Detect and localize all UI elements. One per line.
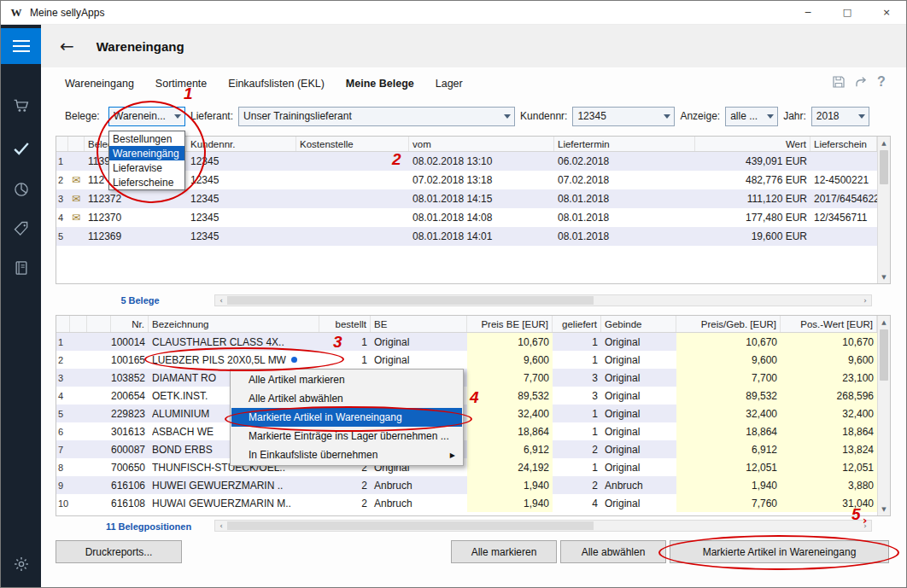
druckreports-button[interactable]: Druckreports... <box>56 540 182 563</box>
tab-sortimente[interactable]: Sortimente <box>155 78 207 90</box>
tab-meine-belege[interactable]: Meine Belege <box>346 78 414 90</box>
scrollbar-track[interactable] <box>227 521 859 531</box>
table-row[interactable]: 7600087BOND ERBS6,9122Original6,91213,82… <box>56 440 877 458</box>
cell-beleg: 112372 <box>85 189 187 208</box>
lower-horizontal-scrollbar[interactable]: ‹ › <box>214 520 872 532</box>
titlebar: W Meine sellyApps ─ □ × <box>1 1 906 25</box>
maximize-button[interactable]: □ <box>828 1 867 24</box>
scrollbar-thumb[interactable] <box>227 296 594 305</box>
sidebar-item-journal[interactable] <box>1 252 41 284</box>
table-row[interactable]: 6301613ASBACH WE18,8641Original18,86418,… <box>56 422 877 440</box>
help-icon[interactable]: ? <box>877 74 886 90</box>
kundennr-select[interactable]: 12345 <box>572 107 675 126</box>
sidebar-item-goods-receipt[interactable] <box>1 132 41 165</box>
menu-item-label: Alle Artikel markieren <box>249 374 345 386</box>
cell-preis_geb: 10,670 <box>676 333 781 351</box>
belege-select[interactable]: Warenein... <box>108 107 185 126</box>
tag-icon <box>13 220 30 237</box>
scroll-up-icon[interactable]: ▲ <box>878 137 890 149</box>
jahr-select[interactable]: 2018 <box>811 107 869 126</box>
markierte-artikel-button[interactable]: Markierte Artikel in Wareneingang <box>670 540 889 563</box>
lower-vertical-scrollbar[interactable]: ▲ ▼ <box>877 316 890 515</box>
table-row[interactable]: 1100014CLAUSTHALER CLASS 4X..1Original10… <box>56 333 877 351</box>
cell-liefertermin: 07.02.2018 <box>554 171 695 189</box>
alle-abwaehlen-button[interactable]: Alle abwählen <box>560 540 666 563</box>
menu-item-alle-artikel-markieren[interactable]: Alle Artikel markieren <box>231 370 462 389</box>
upper-vertical-scrollbar[interactable]: ▲ ▼ <box>877 137 890 283</box>
dropdown-option-lieferavise[interactable]: Lieferavise <box>109 160 184 175</box>
table-row[interactable]: 3103852DIAMANT RO7,7003Original7,70023,1… <box>56 369 877 387</box>
table-row[interactable]: 5229823ALUMINIUM32,4001Original32,40032,… <box>56 405 877 422</box>
tab-wareneingang[interactable]: Wareneingang <box>65 78 134 90</box>
cell-lieferschein <box>810 227 877 246</box>
cell-num: 7 <box>56 440 70 458</box>
column-header <box>87 316 111 332</box>
forward-icon[interactable] <box>854 74 869 90</box>
close-button[interactable]: × <box>867 1 906 24</box>
cell-num: 6 <box>56 422 70 440</box>
context-menu: Alle Artikel markierenAlle Artikel abwäh… <box>230 369 464 466</box>
settings-button[interactable] <box>1 548 41 580</box>
menu-item-markierte-artikel-in-wareneingang[interactable]: Markierte Artikel in Wareneingang <box>231 408 462 427</box>
kundennr-value: 12345 <box>577 110 660 122</box>
sidebar-item-reports[interactable] <box>1 173 41 206</box>
table-row[interactable]: 4✉1123701234508.01.2018 14:0808.01.20181… <box>56 208 877 227</box>
dropdown-option-lieferscheine[interactable]: Lieferscheine <box>109 175 184 189</box>
back-button[interactable]: ← <box>60 38 74 55</box>
upper-horizontal-scrollbar[interactable]: ‹ › <box>214 294 872 306</box>
minimize-button[interactable]: ─ <box>788 1 828 24</box>
table-row[interactable]: 51123691234508.01.2018 14:0108.01.201819… <box>56 227 877 246</box>
scrollbar-track[interactable] <box>227 295 859 306</box>
lieferant-select[interactable]: Unser Trainingslieferant <box>238 107 515 126</box>
alle-markieren-button[interactable]: Alle markieren <box>451 540 557 563</box>
cell-nr: 229823 <box>111 405 149 422</box>
table-row[interactable]: 105616108HUWAI GEWUERZMARIN M..2Anbruch1… <box>56 494 877 512</box>
menu-item-in-einkaufsliste-bernehmen[interactable]: In Einkaufsliste übernehmen▶ <box>231 445 462 464</box>
cell-preis_be: 89,532 <box>467 387 553 405</box>
sidebar-item-prices[interactable] <box>1 212 41 245</box>
cell-gebinde: Original <box>601 387 676 405</box>
dropdown-option-bestellungen[interactable]: Bestellungen <box>109 131 184 146</box>
cell-gebinde: Original <box>601 405 676 422</box>
table-row[interactable]: 95616106HUWEI GEWUERZMARIN ..2Anbruch1,9… <box>56 476 877 494</box>
cell-nr: 100014 <box>111 333 149 351</box>
table-row[interactable]: 3✉1123721234508.01.2018 14:1508.01.20181… <box>56 189 877 208</box>
sidebar-item-cart[interactable] <box>1 90 41 122</box>
cell-pos_wert: 9,600 <box>781 351 877 369</box>
cell-kundennr: 12345 <box>187 171 296 189</box>
cell-beleg: 112370 <box>85 208 187 227</box>
table-row[interactable]: 8700650THUNFISCH-STUECK/OEL..2Original24… <box>56 458 877 476</box>
article-name: BOND ERBS <box>152 444 213 456</box>
menu-button[interactable] <box>1 28 41 64</box>
tab-einkaufslisten-ekl[interactable]: Einkaufslisten (EKL) <box>228 78 325 90</box>
table-row[interactable]: 2100165LUEBZER PILS 20X0,5L MW1Original9… <box>56 351 877 369</box>
column-header: Preis/Geb. [EUR] <box>676 316 781 332</box>
scroll-right-icon[interactable]: › <box>859 521 871 531</box>
menu-item-markierte-eintr-ge-ins-lager-bernehmen[interactable]: Markierte Einträge ins Lager übernehmen … <box>231 427 462 445</box>
scroll-down-icon[interactable]: ▼ <box>878 503 890 515</box>
scrollbar-thumb[interactable] <box>227 521 594 530</box>
cell-num: 2 <box>56 171 68 189</box>
anzeige-select[interactable]: alle ... <box>725 107 778 126</box>
scroll-up-icon[interactable]: ▲ <box>878 316 890 329</box>
cell-gebinde: Original <box>601 422 676 440</box>
check-icon <box>12 139 31 158</box>
cell-num: 3 <box>56 189 68 208</box>
dropdown-option-wareneing-ng[interactable]: Wareneingäng <box>109 146 184 160</box>
menu-item-alle-artikel-abw-hlen[interactable]: Alle Artikel abwählen <box>231 389 462 408</box>
scrollbar-thumb[interactable] <box>880 329 888 381</box>
cell-bestellt: 2 <box>319 476 371 494</box>
table-row[interactable]: 4200654OETK.INST.89,5323Original89,53226… <box>56 387 877 405</box>
cell-c2 <box>87 440 111 458</box>
scroll-right-icon[interactable]: › <box>859 295 871 306</box>
cell-wert: 19,600 EUR <box>695 227 810 246</box>
tab-lager[interactable]: Lager <box>436 78 463 90</box>
cell-geliefert: 1 <box>553 458 601 476</box>
scrollbar-thumb[interactable] <box>880 150 888 184</box>
window-controls: ─ □ × <box>788 1 906 24</box>
column-header: bestellt <box>319 316 371 332</box>
scroll-left-icon[interactable]: ‹ <box>215 295 227 306</box>
scroll-left-icon[interactable]: ‹ <box>215 521 227 531</box>
scroll-down-icon[interactable]: ▼ <box>878 271 890 283</box>
save-icon[interactable] <box>831 74 846 90</box>
